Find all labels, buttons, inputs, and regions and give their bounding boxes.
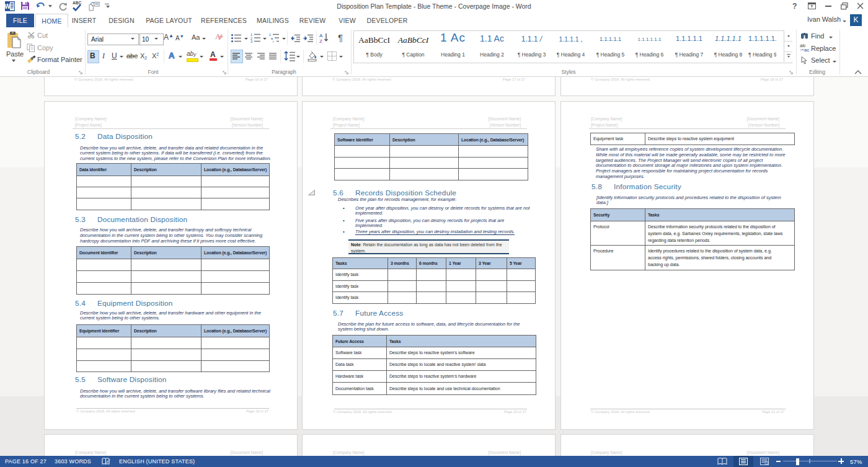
svg-text:3: 3 bbox=[250, 40, 252, 43]
svg-text:Z: Z bbox=[319, 38, 322, 43]
svg-text:i: i bbox=[273, 40, 273, 43]
